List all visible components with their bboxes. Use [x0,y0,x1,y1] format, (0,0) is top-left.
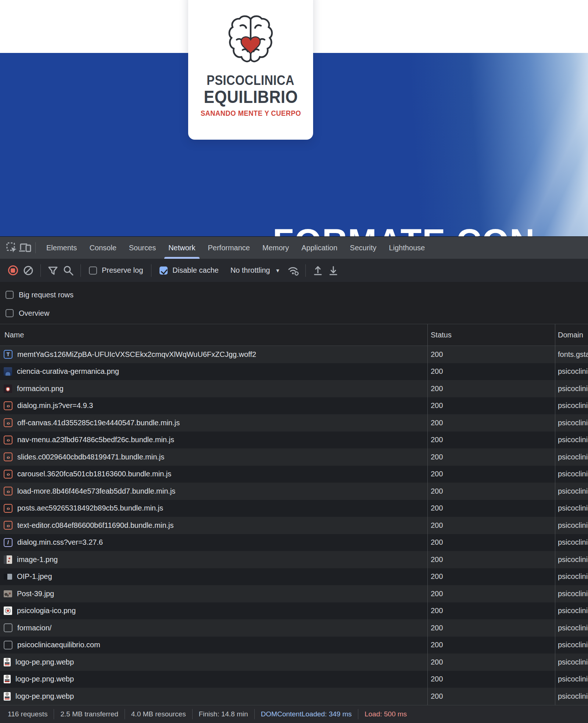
request-status: 200 [431,658,443,666]
hero-heading-clipped: FORMATE CON [273,228,537,236]
thumbnail-icon [4,384,12,393]
request-row[interactable]: ‹› nav-menu.a23fbd67486c5bedf26c.bundle.… [0,432,588,449]
record-network-log-button[interactable] [5,263,21,278]
brand-logo-card: PSICOCLINICA EQUILIBRIO SANANDO MENTE Y … [188,0,313,140]
clear-network-log-button[interactable] [21,263,36,278]
search-icon[interactable] [61,263,76,278]
column-header-status[interactable]: Status [431,331,452,339]
tab-lighthouse[interactable]: Lighthouse [383,237,431,259]
request-row[interactable]: ‹› carousel.3620fca501cb18163600.bundle.… [0,466,588,483]
inspect-element-icon[interactable] [5,241,18,254]
hero-background-streaks [470,53,588,236]
tab-performance[interactable]: Performance [202,237,257,259]
column-header-name[interactable]: Name [4,331,24,339]
request-row[interactable]: formacion/ 200 psicoclinicaequilibrio.co… [0,619,588,637]
request-row[interactable]: logo-pe.png.webp 200 psicoclinicaequilib… [0,654,588,671]
request-status: 200 [431,487,443,495]
request-domain: psicoclinicaequilibrio.com [558,419,588,427]
request-row[interactable]: ‹› slides.c0029640cbdb48199471.bundle.mi… [0,448,588,466]
request-row[interactable]: logo-pe.png.webp 200 psicoclinicaequilib… [0,688,588,705]
request-row[interactable]: psicoclinicaequilibrio.com 200 psicoclin… [0,637,588,654]
toolbar-separator [80,264,81,277]
request-name: text-editor.c084ef86600b6f11690d.bundle.… [17,521,174,530]
request-row[interactable]: logo-pe.png.webp 200 psicoclinicaequilib… [0,671,588,688]
request-row[interactable]: ‹› posts.aec59265318492b89cb5.bundle.min… [0,500,588,517]
tab-application[interactable]: Application [295,237,344,259]
request-name: image-1.png [17,555,58,564]
big-request-rows-checkbox[interactable] [6,291,14,299]
request-row[interactable]: ‹› dialog.min.js?ver=4.9.3 200 psicoclin… [0,397,588,415]
request-name: psicoclinicaequilibrio.com [17,641,100,649]
preserve-log-label: Preserve log [102,266,143,275]
tab-sources[interactable]: Sources [123,237,162,259]
overview-toggle[interactable]: Overview [6,304,588,322]
request-name: ciencia-curativa-germanica.png [17,367,119,376]
preserve-log-checkbox[interactable] [89,266,97,275]
request-status: 200 [431,675,443,683]
thumbnail-icon [4,590,12,597]
request-row[interactable]: formacion.png 200 psicoclinicaequilibrio… [0,380,588,397]
grid-header: Name Status Domain [0,324,588,346]
network-settings-rows: Big request rows Overview [0,282,588,324]
request-row[interactable]: OIP-1.jpeg 200 psicoclinicaequilibrio.co… [0,568,588,586]
status-dcl: DOMContentLoaded: 349 ms [255,709,358,719]
column-divider[interactable] [555,324,555,705]
request-name: logo-pe.png.webp [15,658,74,666]
request-status: 200 [431,641,443,649]
devtools-panel: Elements Console Sources Network Perform… [0,236,588,723]
network-request-grid: Name Status Domain T memtYaGs126MiZpBA-U… [0,324,588,705]
device-toolbar-icon[interactable] [18,241,32,254]
toolbar-separator [305,264,306,277]
tab-console[interactable]: Console [83,237,122,259]
request-status: 200 [431,367,443,376]
request-row[interactable]: ciencia-curativa-germanica.png 200 psico… [0,363,588,380]
request-row[interactable]: psicologia-ico.png 200 psicoclinicaequil… [0,602,588,620]
import-har-icon[interactable] [310,263,326,278]
request-name: memtYaGs126MiZpBA-UFUIcVXSCEkx2cmqvXlWqW… [17,350,256,359]
column-divider[interactable] [427,324,428,705]
request-domain: psicoclinicaequilibrio.com [558,658,588,666]
request-domain: fonts.gstatic.com [558,350,588,359]
big-request-rows-toggle[interactable]: Big request rows [6,286,588,304]
request-row[interactable]: ‹› load-more.8b46f464e573feab5dd7.bundle… [0,483,588,500]
thumbnail-icon [4,658,11,666]
overview-checkbox[interactable] [6,309,14,317]
script-file-icon: ‹› [4,470,12,479]
request-domain: psicoclinicaequilibrio.com [558,555,588,564]
request-status: 200 [431,538,443,547]
request-domain: psicoclinicaequilibrio.com [558,538,588,547]
heart-icon [241,37,260,54]
filter-icon[interactable] [45,263,61,278]
preserve-log-toggle[interactable]: Preserve log [89,266,143,275]
column-header-domain[interactable]: Domain [558,331,583,339]
disable-cache-toggle[interactable]: Disable cache [159,266,219,275]
tab-security[interactable]: Security [344,237,383,259]
status-finish: Finish: 14.8 min [193,709,255,719]
big-request-rows-label: Big request rows [19,291,74,299]
request-status: 200 [431,606,443,615]
network-conditions-icon[interactable] [286,263,301,278]
disable-cache-label: Disable cache [172,266,219,275]
disable-cache-checkbox[interactable] [159,266,168,275]
export-har-icon[interactable] [326,263,341,278]
request-row[interactable]: ‹› off-canvas.41d355285c19e4440547.bundl… [0,414,588,432]
font-file-icon: T [4,350,12,359]
request-row[interactable]: ‹› text-editor.c084ef86600b6f11690d.bund… [0,517,588,534]
tab-elements[interactable]: Elements [40,237,83,259]
thumbnail-icon [4,367,12,376]
request-row[interactable]: image-1.png 200 psicoclinicaequilibrio.c… [0,551,588,568]
script-file-icon: ‹› [4,436,12,444]
tab-memory[interactable]: Memory [256,237,295,259]
request-domain: psicoclinicaequilibrio.com [558,572,588,581]
request-name: dialog.min.css?ver=3.27.6 [17,538,103,547]
thumbnail-icon [4,675,11,683]
request-domain: psicoclinicaequilibrio.com [558,624,588,632]
request-row[interactable]: Post-39.jpg 200 psicoclinicaequilibrio.c… [0,585,588,602]
throttling-dropdown[interactable]: No throttling ▼ [230,266,280,275]
request-row[interactable]: / dialog.min.css?ver=3.27.6 200 psicocli… [0,534,588,551]
request-status: 200 [431,470,443,478]
request-name: carousel.3620fca501cb18163600.bundle.min… [17,470,171,478]
tab-network[interactable]: Network [162,237,201,259]
toolbar-separator [151,264,151,277]
request-row[interactable]: T memtYaGs126MiZpBA-UFUIcVXSCEkx2cmqvXlW… [0,346,588,363]
